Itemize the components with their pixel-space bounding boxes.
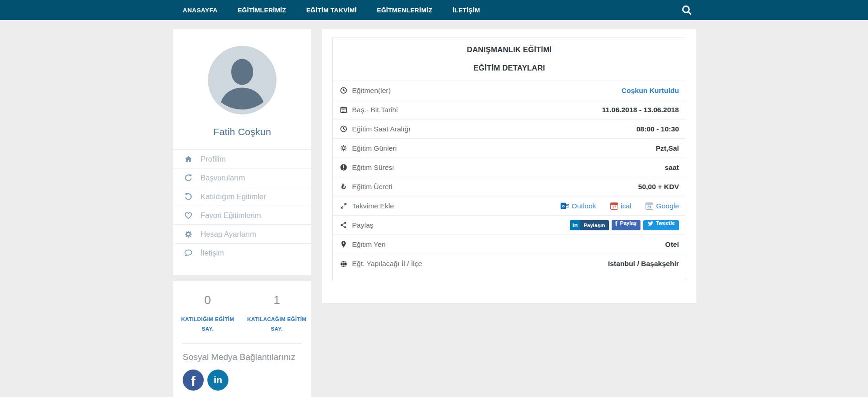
- share-icon: [340, 221, 347, 229]
- sidebar-item-hesap-ayarlarim[interactable]: Hesap Ayarlarım: [173, 224, 311, 243]
- top-navbar: ANASAYFA EĞİTİMLERİMİZ EĞİTİM TAKVİMİ EĞ…: [0, 0, 868, 20]
- refresh-icon: [184, 174, 193, 182]
- facebook-share-label: Paylaş: [620, 220, 636, 230]
- sidebar-menu: Profilim Başvurularım Katıldığım Eğitiml…: [173, 149, 311, 262]
- sun-icon: [340, 144, 347, 152]
- twitter-share-button[interactable]: Tweetle: [643, 220, 679, 230]
- svg-text:31: 31: [647, 205, 652, 209]
- detail-row-venue: Eğitim Yeri Otel: [333, 235, 686, 254]
- detail-row-hours: Eğitim Saat Aralığı 08:00 - 10:30: [333, 120, 686, 139]
- detail-value: saat: [665, 163, 679, 172]
- svg-text:o: o: [562, 203, 565, 208]
- social-heading: Sosyal Medya Bağlantılarınız: [173, 352, 311, 362]
- stat-label: KATILACAĞIM EĞİTİM SAY.: [247, 315, 307, 333]
- main-nav: ANASAYFA EĞİTİMLERİMİZ EĞİTİM TAKVİMİ EĞ…: [183, 7, 500, 14]
- sidebar-item-profilim[interactable]: Profilim: [173, 149, 311, 168]
- nav-item-anasayfa[interactable]: ANASAYFA: [183, 7, 217, 14]
- detail-label: Takvime Ekle: [352, 202, 394, 210]
- stats-row: 0 KATILDIĞIM EĞİTİM SAY. 1 KATILACAĞIM E…: [173, 293, 311, 333]
- stats-card: 0 KATILDIĞIM EĞİTİM SAY. 1 KATILACAĞIM E…: [173, 281, 311, 397]
- training-details-card: DANIŞMANLIK EĞİTİMİ EĞİTİM DETAYLARI Eği…: [322, 29, 696, 303]
- sidebar-item-favori-egitimlerim[interactable]: Favori Eğitimlerim: [173, 206, 311, 224]
- detail-row-duration: Eğitim Süresi saat: [333, 158, 686, 177]
- gear-icon: [184, 230, 193, 239]
- expand-arrows-icon: [340, 202, 347, 210]
- trainer-link[interactable]: Coşkun Kurtuldu: [621, 87, 679, 95]
- sidebar-item-katildigim-egitimler[interactable]: Katıldığım Eğitimler: [173, 187, 311, 206]
- outlook-icon: o: [560, 201, 569, 210]
- nav-item-egitim-takvimi[interactable]: EĞİTİM TAKVİMİ: [306, 7, 357, 14]
- detail-row-dates: Baş.- Bit.Tarihi 11.06.2018 - 13.06.2018: [333, 100, 686, 120]
- nav-item-egitmenlerimiz[interactable]: EĞİTMENLERİMİZ: [377, 7, 432, 14]
- detail-label: Eğitim Saat Aralığı: [352, 125, 411, 133]
- profile-sidebar: Fatih Coşkun Profilim Başvurularım: [173, 29, 311, 397]
- calendar-icon: [340, 106, 347, 114]
- stat-value: 0: [178, 293, 238, 307]
- google-calendar-icon: 31: [645, 201, 654, 210]
- nav-item-egitimlerimiz[interactable]: EĞİTİMLERİMİZ: [238, 7, 286, 14]
- map-marker-icon: [340, 240, 347, 248]
- divider: [182, 343, 302, 344]
- linkedin-share-label: Paylaşın: [580, 220, 609, 230]
- linkedin-share-button[interactable]: in Paylaşın: [570, 220, 608, 230]
- detail-value: 11.06.2018 - 13.06.2018: [602, 106, 679, 114]
- detail-label: Eğitim Ücreti: [352, 183, 392, 191]
- ical-icon: 17: [610, 201, 618, 210]
- home-icon: [184, 155, 193, 163]
- stat-value: 1: [247, 293, 307, 307]
- profile-name: Fatih Coşkun: [173, 126, 311, 137]
- detail-value: Istanbul / Başakşehir: [608, 260, 679, 268]
- detail-label: Eğitim Yeri: [352, 240, 385, 249]
- detail-label: Eğt. Yapılacağı İl / İlçe: [352, 260, 422, 268]
- detail-row-share: Paylaş in Paylaşın f Paylaş Tweetle: [333, 216, 686, 235]
- sidebar-item-label: Favori Eğitimlerim: [201, 211, 261, 220]
- search-icon[interactable]: [681, 4, 693, 16]
- facebook-icon: f: [615, 220, 618, 230]
- detail-value: 50,00 + KDV: [638, 183, 679, 191]
- detail-value: Otel: [665, 240, 679, 249]
- titles: DANIŞMANLIK EĞİTİMİ EĞİTİM DETAYLARI: [333, 38, 686, 81]
- exclamation-circle-icon: [340, 163, 347, 171]
- page-content: Fatih Coşkun Profilim Başvurularım: [0, 20, 868, 397]
- training-title: DANIŞMANLIK EĞİTİMİ: [333, 45, 686, 54]
- twitter-share-label: Tweetle: [656, 220, 675, 230]
- stat-label: KATILDIĞIM EĞİTİM SAY.: [178, 315, 238, 333]
- calendar-link-label: Outlook: [571, 202, 596, 210]
- detail-row-city: Eğt. Yapılacağı İl / İlçe Istanbul / Baş…: [333, 254, 686, 273]
- calendar-links: o Outlook 17 ical 31 Google: [560, 201, 679, 210]
- twitter-bird-icon: [647, 220, 654, 227]
- detail-label: Eğitim Süresi: [352, 163, 394, 172]
- add-to-ical-link[interactable]: 17 ical: [610, 201, 631, 210]
- share-buttons: in Paylaşın f Paylaş Tweetle: [570, 220, 679, 230]
- clock-icon: [340, 125, 347, 133]
- sidebar-item-basvurularim[interactable]: Başvurularım: [173, 168, 311, 187]
- stat-upcoming: 1 KATILACAĞIM EĞİTİM SAY.: [242, 293, 311, 333]
- details-subtitle: EĞİTİM DETAYLARI: [333, 64, 686, 72]
- history-icon: [184, 192, 193, 201]
- social-links: f in: [173, 370, 311, 391]
- sidebar-item-label: Profilim: [201, 155, 226, 163]
- clock-icon: [340, 87, 347, 94]
- detail-label: Eğitim Günleri: [352, 144, 396, 152]
- sidebar-item-label: İletişim: [201, 249, 224, 257]
- comment-icon: [184, 249, 193, 257]
- facebook-share-button[interactable]: f Paylaş: [612, 220, 640, 230]
- add-to-outlook-link[interactable]: o Outlook: [560, 201, 596, 210]
- facebook-icon[interactable]: f: [183, 370, 204, 391]
- profile-card: Fatih Coşkun Profilim Başvurularım: [173, 29, 311, 275]
- nav-item-iletisim[interactable]: İLETİŞİM: [452, 7, 480, 14]
- add-to-google-link[interactable]: 31 Google: [645, 201, 679, 210]
- detail-row-price: ₺ Eğitim Ücreti 50,00 + KDV: [333, 177, 686, 196]
- detail-value: 08:00 - 10:30: [636, 125, 679, 133]
- stat-attended: 0 KATILDIĞIM EĞİTİM SAY.: [173, 293, 242, 333]
- detail-label: Eğitmen(ler): [352, 87, 391, 95]
- linkedin-icon[interactable]: in: [207, 370, 228, 391]
- calendar-link-label: Google: [656, 202, 679, 210]
- sidebar-item-iletisim[interactable]: İletişim: [173, 243, 311, 262]
- sidebar-item-label: Katıldığım Eğitimler: [201, 192, 266, 201]
- detail-row-trainer: Eğitmen(ler) Coşkun Kurtuldu: [333, 81, 686, 100]
- detail-label: Baş.- Bit.Tarihi: [352, 106, 398, 114]
- lira-icon: ₺: [340, 183, 347, 190]
- svg-text:17: 17: [612, 205, 617, 209]
- heart-icon: [184, 211, 193, 220]
